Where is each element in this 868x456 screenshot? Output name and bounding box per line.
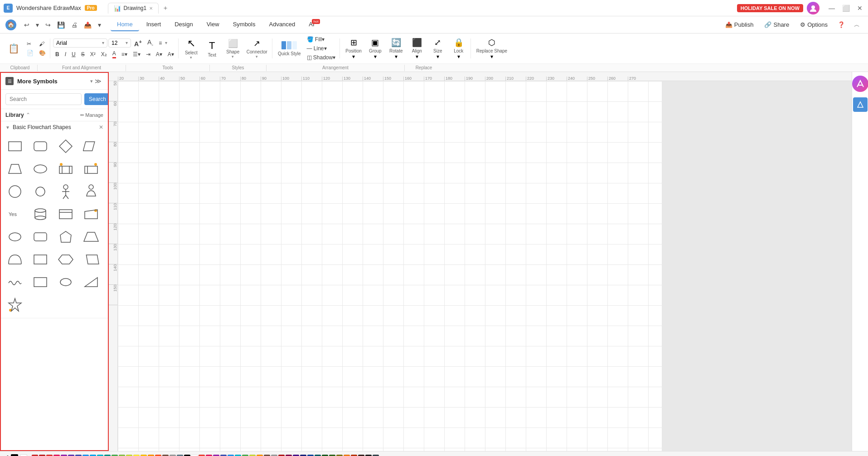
shape-trapezoid[interactable] [5, 158, 25, 179]
font-color-btn[interactable]: A▾ [165, 50, 176, 58]
shape-diamond[interactable] [55, 136, 76, 157]
strikethrough-btn[interactable]: S [79, 50, 87, 58]
nav-home[interactable]: Home [111, 18, 139, 31]
library-collapse-icon[interactable]: ⌃ [26, 112, 30, 118]
color-swatch[interactable] [104, 455, 111, 456]
edraw-ai-btn[interactable] [853, 97, 868, 112]
font-family-selector[interactable]: Arial ▾ [53, 38, 107, 48]
help-btn[interactable]: ❓ [835, 19, 848, 30]
indent-btn[interactable]: ⇥ [144, 50, 153, 58]
color-swatch[interactable] [46, 455, 53, 456]
align-tool-btn[interactable]: ⬛ Align▾ [407, 38, 427, 58]
shape-person[interactable] [55, 181, 76, 202]
category-close-btn[interactable]: ✕ [99, 124, 103, 130]
line-btn[interactable]: — Line▾ [305, 44, 338, 53]
canvas-scroll[interactable] [118, 81, 852, 451]
color-swatch[interactable] [315, 455, 321, 456]
color-swatch[interactable] [162, 455, 169, 456]
export-btn[interactable]: 📤 [82, 20, 94, 30]
color-swatch[interactable] [220, 455, 227, 456]
shape-trapezoid2[interactable] [81, 226, 102, 247]
shape-rect3[interactable] [30, 249, 51, 270]
color-swatch[interactable] [39, 455, 45, 456]
color-swatch[interactable] [148, 455, 154, 456]
color-swatch[interactable] [32, 455, 38, 456]
bold-btn[interactable]: B [53, 50, 62, 58]
color-swatch[interactable] [112, 455, 118, 456]
category-header[interactable]: ▼ Basic Flowchart Shapes ✕ [1, 121, 108, 133]
options-btn[interactable]: ⚙ Options [796, 19, 831, 30]
color-swatch[interactable] [90, 455, 96, 456]
shape-rect4[interactable] [30, 272, 51, 293]
more-btn[interactable]: ▾ [96, 20, 103, 30]
print-btn[interactable]: 🖨 [69, 20, 80, 30]
color-swatch[interactable] [53, 455, 60, 456]
replace-shape-btn[interactable]: ⬡ Replace Shape▾ [474, 38, 510, 58]
color-swatch[interactable] [300, 455, 306, 456]
color-swatch[interactable] [278, 455, 285, 456]
color-swatch[interactable] [286, 455, 292, 456]
italic-btn[interactable]: I [63, 50, 68, 58]
subscript-btn[interactable]: X₂ [99, 50, 109, 58]
shape-manual-input[interactable] [81, 204, 102, 225]
line-color-chip[interactable] [11, 454, 18, 456]
tab-add-btn[interactable]: ＋ [160, 4, 170, 12]
connector-btn[interactable]: ↗ Connector ▾ [244, 38, 270, 58]
color-swatch[interactable] [191, 455, 198, 456]
color-swatch[interactable] [75, 455, 82, 456]
shape-circle[interactable] [5, 181, 25, 202]
color-swatch[interactable] [97, 455, 103, 456]
color-swatch[interactable] [373, 455, 379, 456]
quick-style-btn[interactable]: Quick Style [275, 38, 304, 58]
color-swatch[interactable] [257, 455, 263, 456]
lock-btn[interactable]: 🔒 Lock▾ [449, 38, 469, 58]
color-swatch[interactable] [68, 455, 74, 456]
color-swatch[interactable] [249, 455, 256, 456]
color-swatch[interactable] [199, 455, 205, 456]
shape-star[interactable] [5, 294, 25, 315]
undo-dropdown-btn[interactable]: ▾ [34, 20, 41, 30]
list-btn[interactable]: ☰▾ [131, 50, 143, 58]
copy-style-btn[interactable]: 🎨 [37, 49, 48, 57]
color-swatch[interactable] [177, 455, 183, 456]
color-swatch[interactable] [322, 455, 328, 456]
panel-collapse-btn[interactable]: ≫ [93, 77, 103, 86]
holiday-badge[interactable]: HOLIDAY SALE ON NOW [737, 4, 803, 12]
minimize-btn[interactable]: — [827, 4, 837, 13]
nav-view[interactable]: View [200, 18, 226, 31]
rotate-btn[interactable]: 🔄 Rotate▾ [386, 38, 406, 58]
user-avatar[interactable] [807, 2, 820, 14]
shape-ellipse2[interactable] [5, 226, 25, 247]
nav-design[interactable]: Design [168, 18, 199, 31]
para-align-btn[interactable]: ≡▾ [119, 50, 130, 58]
fill-btn[interactable]: 🪣 Fill▾ [305, 35, 338, 43]
shape-arc[interactable] [5, 249, 25, 270]
position-btn[interactable]: ⊞ Position▾ [343, 38, 364, 58]
size-btn[interactable]: ⤢ Size▾ [428, 38, 448, 58]
save-btn[interactable]: 💾 [55, 20, 67, 30]
align-btn[interactable]: ≡ [156, 39, 164, 47]
select-btn[interactable]: ↖ Select ▾ [181, 38, 201, 58]
color-swatch[interactable] [242, 455, 248, 456]
color-swatch[interactable] [61, 455, 67, 456]
color-swatch[interactable] [126, 455, 132, 456]
shape-oval[interactable] [30, 158, 51, 179]
manage-link[interactable]: ✏ Manage [80, 112, 103, 118]
fill-color-chip[interactable] [20, 454, 27, 456]
shape-btn[interactable]: ⬜ Shape ▾ [223, 38, 243, 58]
ai-assistant-btn[interactable] [852, 76, 868, 92]
drawing-canvas[interactable] [118, 81, 662, 451]
font-size-selector[interactable]: 12 ▾ [108, 38, 131, 48]
color-swatch[interactable] [213, 455, 219, 456]
color-swatch[interactable] [293, 455, 299, 456]
group-btn[interactable]: ▣ Group▾ [365, 38, 385, 58]
shape-decision-yes[interactable]: Yes [5, 204, 25, 225]
text-btn[interactable]: T Text [202, 38, 222, 58]
shape-oval2[interactable] [55, 272, 76, 293]
underline-btn[interactable]: U [69, 50, 78, 58]
shape-parallelogram[interactable] [81, 136, 102, 157]
shape-rounded-rect[interactable] [30, 136, 51, 157]
undo-btn[interactable]: ↩ [22, 20, 32, 30]
color-swatch[interactable] [119, 455, 125, 456]
color-swatch[interactable] [271, 455, 277, 456]
